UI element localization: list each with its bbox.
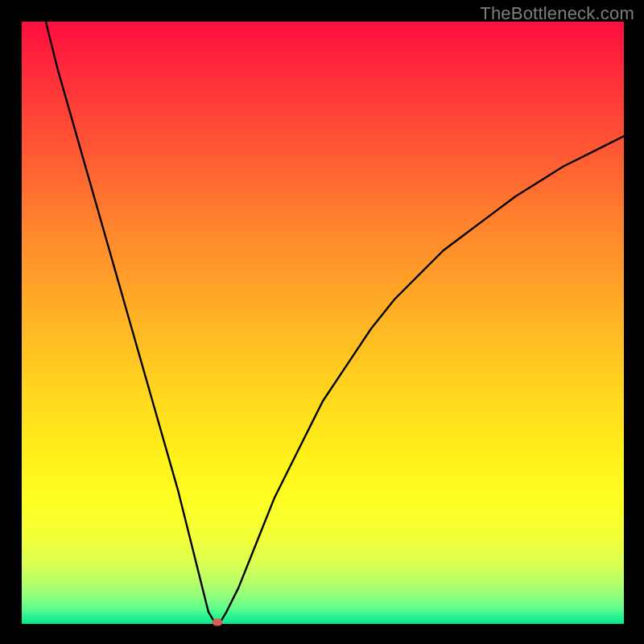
chart-frame: TheBottleneck.com: [0, 0, 644, 644]
minimum-marker: [213, 618, 223, 625]
plot-area: [22, 22, 624, 624]
watermark-text: TheBottleneck.com: [480, 3, 634, 24]
bottleneck-curve: [22, 22, 624, 624]
